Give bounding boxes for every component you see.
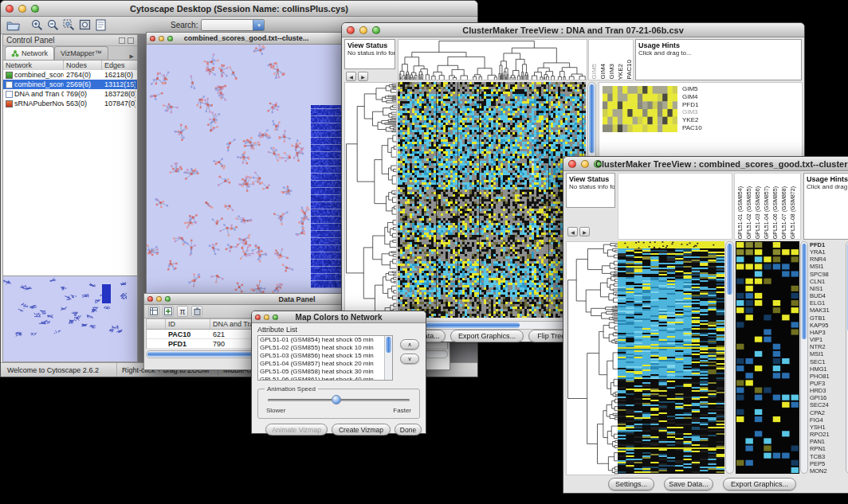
gene-label[interactable]: PUF3 (810, 380, 845, 387)
tab-vizmapper[interactable]: VizMapper™ (54, 46, 108, 60)
column-label[interactable]: GIM3 (607, 64, 616, 80)
column-label[interactable]: GPL51-03 (GSM856) (753, 186, 762, 239)
gene-label[interactable]: NTR2 (810, 343, 845, 350)
tv2-heatmap[interactable] (618, 241, 724, 474)
gene-label[interactable]: SEC24 (810, 401, 845, 408)
zoom-out-icon[interactable] (45, 18, 60, 33)
gene-label[interactable]: TCB3 (810, 453, 845, 460)
float-panel-icon[interactable] (119, 37, 125, 44)
gene-label[interactable]: FIG4 (810, 416, 845, 424)
tv2-vscrollbar[interactable] (725, 241, 734, 474)
gene-label[interactable]: MAK31 (810, 307, 845, 314)
close-panel-icon[interactable] (128, 37, 134, 44)
gene-label[interactable]: GTB1 (810, 315, 845, 322)
tv1-summary-heatmap[interactable] (603, 86, 677, 132)
treeview-combined-titlebar[interactable]: ClusterMaker TreeView : combined_scores_… (563, 157, 848, 171)
gene-label[interactable]: SEC1 (810, 358, 845, 365)
network-overview-canvas[interactable] (3, 276, 137, 361)
create-attribute-icon[interactable] (163, 306, 174, 317)
tab-network[interactable]: Network (5, 46, 54, 60)
gene-label[interactable]: VIP1 (810, 336, 845, 343)
gene-label[interactable]: GIM5 (682, 85, 702, 93)
move-up-button[interactable]: ∧ (400, 339, 419, 350)
gene-label[interactable]: RNR4 (810, 256, 845, 263)
settings-button[interactable]: Settings... (608, 478, 654, 490)
search-dropdown-icon[interactable]: ▼ (253, 20, 264, 30)
zoom-in-icon[interactable] (29, 18, 44, 33)
network-row[interactable]: combined_scores 2764(0) 16218(0) (3, 70, 137, 80)
network-canvas[interactable] (147, 45, 346, 294)
column-label[interactable]: GPL51-02 (GSM855) (744, 186, 753, 239)
gene-label[interactable]: HMG1 (810, 365, 845, 373)
scroll-left-icon[interactable]: ◀ (346, 72, 356, 81)
attribute-list-scrollbar[interactable] (384, 336, 392, 380)
attribute-item[interactable]: GPL51-04 (GSM857) heat shock 20 min (260, 360, 392, 368)
attribute-item[interactable]: GPL51-03 (GSM856) heat shock 15 min (260, 352, 392, 360)
gene-label[interactable]: PAN1 (810, 438, 845, 445)
gene-label[interactable]: HRD3 (810, 387, 845, 394)
tv2-selection-vscrollbar[interactable] (800, 241, 808, 474)
gene-label[interactable]: RPO21 (810, 431, 845, 438)
gene-label[interactable]: NIS1 (810, 285, 845, 292)
zoom-fit-icon[interactable] (77, 18, 92, 33)
column-label[interactable]: GPL51-01 (GSM854) (736, 186, 744, 239)
search-input[interactable]: ▼ (201, 19, 265, 31)
delete-attribute-icon[interactable] (191, 306, 202, 317)
select-attributes-icon[interactable] (148, 306, 159, 317)
gene-label[interactable]: PHO81 (810, 373, 845, 380)
column-label[interactable]: GPL51-08 (GSM872) (788, 186, 797, 239)
scrollbar-thumb[interactable] (386, 337, 391, 353)
tv1-row-dendrogram[interactable] (344, 82, 397, 319)
attribute-item[interactable]: GPL51-06 (GSM861) heat shock 40 min (260, 376, 392, 381)
attribute-item[interactable]: GPL51-01 (GSM854) heat shock 05 min (260, 336, 392, 344)
export-graphics-button[interactable]: Export Graphics... (450, 330, 524, 342)
gene-label[interactable]: SPC98 (810, 271, 845, 278)
network-view-titlebar[interactable]: combined_scores_good.txt--cluste... (147, 33, 346, 45)
scrollbar-thumb[interactable] (727, 244, 732, 295)
gene-label[interactable]: GPI16 (810, 394, 845, 401)
column-label[interactable]: GPL51-07 (GSM868) (779, 186, 788, 239)
gene-label[interactable]: GIM3 (682, 108, 702, 116)
tv1-column-dendrogram[interactable] (398, 39, 587, 80)
column-label[interactable]: GPL51-04 (GSM857) (762, 186, 771, 239)
scroll-right-icon[interactable]: ▶ (358, 72, 368, 81)
move-down-button[interactable]: ∨ (400, 354, 419, 364)
gene-label[interactable]: ELG1 (810, 299, 845, 307)
gene-label[interactable]: KAP95 (810, 322, 845, 329)
map-colors-titlebar[interactable]: Map Colors to Network (252, 311, 426, 323)
column-label[interactable]: GIM4 (599, 64, 607, 80)
gene-label[interactable]: CLN1 (810, 278, 845, 285)
network-row[interactable]: combined_scores_good.txt--clustered 2569… (3, 80, 137, 89)
gene-label[interactable]: HAP3 (810, 329, 845, 336)
gene-label[interactable]: RPN1 (810, 445, 845, 452)
tv2-row-dendrogram[interactable] (566, 241, 618, 475)
gene-label[interactable]: MSI1 (810, 350, 845, 357)
scrollbar-thumb[interactable] (589, 84, 595, 153)
export-graphics-button[interactable]: Export Graphics... (723, 478, 796, 490)
more-tabs-icon[interactable]: ▶ (130, 53, 134, 60)
gene-label[interactable]: MON2 (810, 467, 845, 474)
scroll-right-icon[interactable]: ▶ (579, 227, 590, 236)
column-label[interactable]: GIM5 (590, 64, 599, 80)
attribute-list[interactable]: GPL51-01 (GSM854) heat shock 05 minGPL51… (257, 335, 393, 381)
snapshot-icon[interactable] (93, 18, 108, 33)
scrollbar-thumb[interactable] (802, 244, 807, 339)
gene-label[interactable]: PFD1 (682, 101, 702, 109)
save-data-button[interactable]: Save Data... (664, 478, 713, 490)
scroll-left-icon[interactable]: ◀ (567, 227, 578, 236)
network-row[interactable]: sRNAPuberNov2... 563(0) 107847(0) (3, 99, 137, 108)
gene-label[interactable]: PFD1 (810, 241, 845, 248)
column-label[interactable]: YKE2 (616, 64, 625, 80)
zoom-selected-icon[interactable] (61, 18, 76, 33)
tv1-heatmap[interactable] (398, 82, 586, 318)
slider-thumb[interactable] (332, 395, 341, 404)
gene-label[interactable]: PEP5 (810, 460, 845, 467)
gene-label[interactable]: YSH1 (810, 424, 845, 431)
gene-label[interactable]: YKE2 (682, 116, 702, 124)
treeview-dna-titlebar[interactable]: ClusterMaker TreeView : DNA and Tran 07-… (342, 23, 804, 37)
gene-label[interactable]: MSI1 (810, 263, 845, 270)
main-window-titlebar[interactable]: Cytoscape Desktop (Session Name: collins… (1, 1, 477, 17)
create-vizmap-button[interactable]: Create Vizmap (332, 424, 391, 436)
tv2-selection-heatmap[interactable] (736, 241, 799, 474)
done-button[interactable]: Done (395, 424, 422, 436)
